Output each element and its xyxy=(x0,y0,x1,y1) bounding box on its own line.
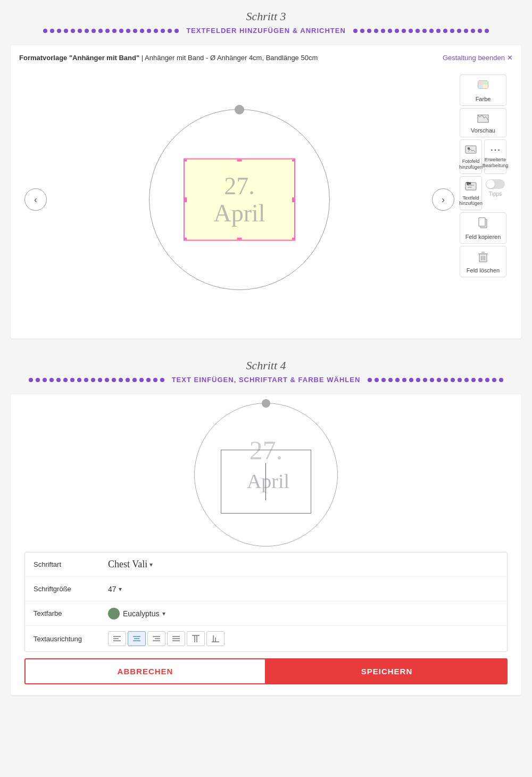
vorschau-btn[interactable]: Vorschau xyxy=(460,108,506,137)
format-label: Formatvorlage "Anhänger mit Band" xyxy=(19,54,139,62)
step3-header: Schritt 3 TEXTFELDER HINZUFÜGEN & ANRICH… xyxy=(0,0,532,40)
circle-tag: 27. April xyxy=(149,109,330,290)
dot xyxy=(416,378,420,382)
resize-handle-tm[interactable] xyxy=(237,159,242,162)
align-left-btn[interactable] xyxy=(108,631,126,646)
schriftgroesse-value: 47 ▾ xyxy=(108,585,122,593)
vorschau-label: Vorschau xyxy=(471,127,495,134)
size-val: 47 xyxy=(108,585,117,593)
dot xyxy=(71,29,75,33)
feld-kopieren-btn[interactable]: Feld kopieren xyxy=(460,212,506,244)
dot xyxy=(422,29,427,33)
step4-canvas: 27. April xyxy=(19,403,513,547)
dot xyxy=(112,378,116,382)
resize-handle-tr[interactable] xyxy=(292,159,295,162)
dot xyxy=(464,29,468,33)
fotofeld-btn[interactable]: Fotofeld hinzufügen xyxy=(460,139,482,174)
farbe-btn[interactable]: Farbe xyxy=(460,75,506,106)
dot xyxy=(139,378,144,382)
align-center-btn[interactable] xyxy=(128,631,146,646)
resize-handle-bm[interactable] xyxy=(237,238,242,241)
dot xyxy=(437,378,441,382)
step4-divider: TEXT EINFÜGEN, SCHRIFTART & FARBE WÄHLEN xyxy=(0,376,532,384)
dot xyxy=(443,29,447,33)
dot xyxy=(458,378,462,382)
svg-text:T≡: T≡ xyxy=(467,181,471,186)
dot xyxy=(395,29,399,33)
dot xyxy=(381,378,386,382)
align-right-btn[interactable] xyxy=(147,631,165,646)
dot xyxy=(388,378,393,382)
feld-loeschen-btn[interactable]: Feld löschen xyxy=(460,246,506,277)
format-desc: | Anhänger mit Band - Ø Anhänger 4cm, Ba… xyxy=(142,54,318,62)
step4-title: TEXT EINFÜGEN, SCHRIFTART & FARBE WÄHLEN xyxy=(172,376,361,384)
dot xyxy=(161,29,165,33)
cancel-button[interactable]: ABBRECHEN xyxy=(24,658,266,684)
resize-handle-mr[interactable] xyxy=(292,197,295,202)
textausrichtung-label: Textausrichtung xyxy=(34,635,108,643)
dot xyxy=(478,378,483,382)
dot xyxy=(92,29,96,33)
dot xyxy=(444,378,448,382)
svg-rect-3 xyxy=(478,85,483,88)
tipps-toggle[interactable]: Tipps xyxy=(484,176,506,211)
dot xyxy=(464,378,469,382)
schriftart-value: Chest Vali ▾ xyxy=(108,559,153,570)
preview-icon xyxy=(477,113,489,125)
schriftgroesse-row: Schriftgröße 47 ▾ xyxy=(25,577,507,601)
nav-arrow-right[interactable]: › xyxy=(432,188,454,211)
textfarbe-row: Textfarbe Eucalyptus ▾ xyxy=(25,601,507,626)
svg-rect-12 xyxy=(479,218,485,226)
dot xyxy=(375,378,379,382)
resize-handle-tl[interactable] xyxy=(184,159,187,162)
farbe-label: Farbe xyxy=(476,96,491,102)
dot xyxy=(49,378,54,382)
dot xyxy=(451,378,455,382)
dot xyxy=(360,29,364,33)
dot xyxy=(140,29,144,33)
photo-icon xyxy=(465,144,477,156)
dot xyxy=(409,378,413,382)
text-field-4[interactable]: April xyxy=(221,450,311,514)
save-button[interactable]: SPEICHERN xyxy=(266,658,508,684)
align-justify-btn[interactable] xyxy=(167,631,185,646)
close-icon: ✕ xyxy=(507,54,513,62)
resize-handle-br[interactable] xyxy=(292,238,295,241)
sidebar-tools: Farbe Vorschau xyxy=(460,69,513,277)
textfarbe-label: Textfarbe xyxy=(34,609,108,617)
dot xyxy=(56,378,61,382)
dot xyxy=(368,378,372,382)
toggle-switch[interactable] xyxy=(486,179,505,189)
align-top-btn[interactable] xyxy=(187,631,205,646)
step4-script-label: Schritt 4 xyxy=(0,359,532,373)
dot xyxy=(409,29,413,33)
dot xyxy=(133,29,137,33)
step3-section: Formatvorlage "Anhänger mit Band" | Anhä… xyxy=(11,45,521,338)
dot xyxy=(91,378,95,382)
color-name: Eucalyptus xyxy=(123,609,159,618)
resize-handle-bl[interactable] xyxy=(184,238,187,241)
nav-arrow-left[interactable]: ‹ xyxy=(24,188,47,211)
svg-point-6 xyxy=(468,148,470,150)
dot xyxy=(499,378,503,382)
erweiterte-btn[interactable]: ⋯ Erweiterte Bearbeitung xyxy=(484,139,506,174)
align-bottom-btn[interactable] xyxy=(206,631,225,646)
align-buttons xyxy=(108,631,225,646)
size-select[interactable]: 47 ▾ xyxy=(108,585,122,593)
textfarbe-value[interactable]: Eucalyptus ▾ xyxy=(108,608,165,619)
text-field-selected[interactable]: 27. April xyxy=(184,159,295,241)
resize-handle-ml[interactable] xyxy=(184,197,187,202)
dot xyxy=(70,378,74,382)
finish-design-btn[interactable]: Gestaltung beenden ✕ xyxy=(443,54,513,62)
canvas-area: ‹ 27. April xyxy=(19,72,460,327)
svg-rect-2 xyxy=(483,81,488,85)
action-buttons: ABBRECHEN SPEICHERN xyxy=(24,658,508,684)
textfeld-btn[interactable]: T≡ Textfeld hinzufügen xyxy=(460,176,482,211)
dot xyxy=(98,378,102,382)
dot xyxy=(64,29,68,33)
chevron-right-icon: › xyxy=(442,194,445,205)
font-select[interactable]: Chest Vali ▾ xyxy=(108,559,153,570)
circle-tag-4: 27. April xyxy=(194,403,338,547)
dot xyxy=(153,378,157,382)
dot xyxy=(478,29,482,33)
